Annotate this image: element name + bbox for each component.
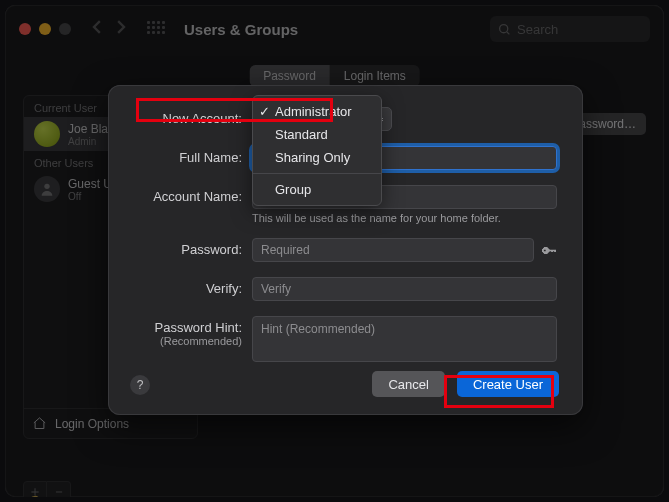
label-password: Password: [134,238,242,257]
tab-login-items[interactable]: Login Items [330,65,420,87]
guest-avatar-icon [34,176,60,202]
lock-bar: Click the lock to prevent further change… [23,481,646,497]
create-user-button[interactable]: Create User [457,371,559,397]
home-icon [32,416,47,431]
lock-icon[interactable] [25,495,45,497]
label-verify: Verify: [134,277,242,296]
menu-item-administrator[interactable]: Administrator [253,100,381,123]
tab-password[interactable]: Password [249,65,330,87]
tab-bar: Password Login Items [249,65,420,87]
close-window-button[interactable] [19,23,31,35]
minimize-window-button[interactable] [39,23,51,35]
account-name-hint: This will be used as the name for your h… [252,212,557,224]
menu-separator [253,173,381,174]
label-new-account: New Account: [134,107,242,126]
search-icon [498,23,511,36]
label-full-name: Full Name: [134,146,242,165]
label-password-hint: Password Hint: (Recommended) [134,316,242,347]
forward-button[interactable] [114,20,127,38]
traffic-lights [19,23,71,35]
zoom-window-button[interactable] [59,23,71,35]
verify-field[interactable]: Verify [252,277,557,301]
back-button[interactable] [91,20,104,38]
menu-item-standard[interactable]: Standard [253,123,381,146]
svg-point-1 [44,184,49,189]
search-input[interactable]: Search [490,16,650,42]
login-options-label: Login Options [55,417,129,431]
menu-item-group[interactable]: Group [253,178,381,201]
show-all-prefs-button[interactable] [147,21,164,38]
avatar-icon [34,121,60,147]
cancel-button[interactable]: Cancel [372,371,444,397]
window-title: Users & Groups [184,21,298,38]
titlebar: Users & Groups Search [5,5,664,53]
svg-point-0 [500,24,508,32]
password-field[interactable]: Required [252,238,534,262]
search-placeholder: Search [517,22,558,37]
menu-item-sharing-only[interactable]: Sharing Only [253,146,381,169]
hint-field[interactable]: Hint (Recommended) [252,316,557,362]
sheet-help-button[interactable]: ? [130,375,150,395]
account-type-menu: Administrator Standard Sharing Only Grou… [252,95,382,206]
nav-arrows [91,20,127,38]
new-user-sheet: New Account: Administrator Administrator… [108,85,583,415]
password-assistant-icon[interactable]: 🔑︎ [542,242,557,259]
label-account-name: Account Name: [134,185,242,204]
